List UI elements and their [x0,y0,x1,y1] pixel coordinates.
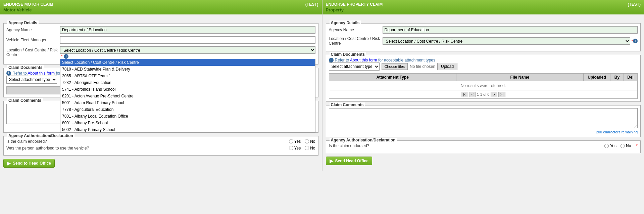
left-location-dropdown-container: Select Location / Cost Centre / Risk Cen… [60,46,315,59]
left-endorsed-no-label[interactable]: No [305,139,315,144]
left-endorsed-yes-label[interactable]: Yes [289,139,301,144]
right-agency-details-section: Agency Details Agency Name Location / Co… [326,23,641,51]
dropdown-item-6[interactable]: 5001 - Adam Road Primary School [60,99,315,106]
right-claim-comments-textarea[interactable] [329,108,638,128]
right-page-last-btn[interactable]: >| [498,92,505,97]
right-claim-comments-title: Claim Comments [330,102,365,107]
right-upload-btn[interactable]: Upload [437,63,457,70]
dropdown-item-3[interactable]: 7232 - Aboriginal Education [60,79,315,86]
right-page-info: 1-1 of 0 [477,92,489,96]
left-attachment-type-select[interactable]: Select attachment type [6,76,57,84]
right-endorsed-options: Yes No * [604,143,638,148]
right-send-button[interactable]: ▶ Send Head Office [326,157,372,165]
left-vehicle-fleet-input[interactable] [60,36,315,44]
left-subtitle: Motor Vehicle [3,7,318,12]
right-endorsed-required: * [636,143,638,148]
left-claim-docs-title: Claim Documents [7,65,44,70]
left-agency-details-title: Agency Details [7,20,39,25]
right-no-file-chosen: No file chosen [410,64,435,69]
left-agency-auth-section: Agency Authorisation/Declaration Is the … [3,136,318,156]
right-about-link[interactable]: About this form [350,58,377,62]
right-location-select[interactable]: Select Location / Cost Centre / Risk Cen… [383,37,631,45]
right-claim-documents-section: Claim Documents i Refer to About this fo… [326,55,641,102]
dropdown-item-9[interactable]: 8001 - Albany Pre-School [60,120,315,126]
left-agency-auth-title: Agency Authorisation/Declaration [7,133,75,138]
right-endorsed-yes-label[interactable]: Yes [604,143,616,148]
left-endorsed-yes-radio[interactable] [289,139,293,143]
right-col-file-name: File Name [456,74,584,81]
right-agency-auth-title: Agency Authorisation/Declaration [330,138,397,142]
right-test-label: (TEST) [628,2,641,7]
dropdown-item-4[interactable]: 5741 - Abrolhos Island School [60,86,315,93]
right-claim-docs-info: i Refer to About this form for acceptabl… [329,58,638,62]
right-chars-remaining: 200 characters remaining [329,130,638,134]
right-agency-name-row: Agency Name [329,26,638,34]
right-page-first-btn[interactable]: |< [461,92,468,97]
left-location-required: * [61,54,63,58]
right-upload-row: Select attachment type Choose files No f… [329,62,638,71]
left-authorised-yes-label[interactable]: Yes [289,146,301,151]
left-send-label: Send to Head Office [13,161,51,166]
right-location-label: Location / Cost Centre / Risk Centre [329,36,383,46]
dropdown-item-1[interactable]: 7810 - AED Statewide Plan & Delivery [60,66,315,73]
right-col-attachment-type: Attachment Type [329,74,456,81]
left-endorsed-label: Is the claim endorsed? [6,139,289,144]
right-page-prev-btn[interactable]: < [469,92,476,97]
left-test-label: (TEST) [305,2,318,7]
right-choose-files-btn[interactable]: Choose files [382,63,408,70]
right-send-icon: ▶ [330,158,333,164]
left-authorised-yes-radio[interactable] [289,146,293,150]
left-location-dropdown-list[interactable]: Select Location / Cost Centre / Risk Cen… [60,59,315,133]
left-location-select[interactable]: Select Location / Cost Centre / Risk Cen… [60,46,315,54]
right-endorsed-no-radio[interactable] [621,144,625,148]
left-authorised-label: Was the person authorised to use the veh… [6,146,289,151]
left-authorised-no-radio[interactable] [305,146,309,150]
right-content: Agency Details Agency Name Location / Co… [323,14,644,169]
right-endorsed-row: Is the claim endorsed? Yes No * [329,143,638,148]
left-vehicle-fleet-row: Vehicle Fleet Manager [6,36,315,44]
left-content: Agency Details Agency Name Vehicle Fleet… [0,14,322,171]
dropdown-item-5[interactable]: 8201 - Acton Avenue Pre-School Centre [60,93,315,99]
left-about-link[interactable]: About this form [28,71,55,76]
left-send-icon: ▶ [7,161,11,166]
right-claim-docs-title: Claim Documents [330,52,366,57]
dropdown-item-2[interactable]: 2065 - ARTS/LOTE Team 1 [60,73,315,79]
right-attachment-type-select[interactable]: Select attachment type [329,62,380,71]
right-agency-auth-section: Agency Authorisation/Declaration Is the … [326,140,641,153]
right-title: ENDORSE PROPERTY CLAIM [326,2,383,7]
left-claim-comments-title: Claim Comments [7,98,43,103]
right-col-uploaded: Uploaded [584,74,610,81]
right-header: ENDORSE PROPERTY CLAIM (TEST) Property [323,0,644,14]
left-agency-name-input[interactable] [60,26,315,34]
dropdown-item-10[interactable]: 5002 - Albany Primary School [60,126,315,133]
right-endorsed-yes-radio[interactable] [604,144,609,148]
left-location-info-icon[interactable]: i [64,54,68,59]
right-panel: ENDORSE PROPERTY CLAIM (TEST) Property A… [323,0,644,171]
dropdown-item-8[interactable]: 7801 - Albany Local Education Office [60,113,315,120]
right-endorsed-no-label[interactable]: No [621,143,631,148]
right-claim-comments-section: Claim Comments 200 characters remaining [326,105,641,137]
right-info-icon: i [329,58,334,62]
right-subtitle: Property [326,7,641,12]
left-send-button[interactable]: ▶ Send to Head Office [3,159,55,168]
dropdown-item-0[interactable]: Select Location / Cost Centre / Risk Cen… [60,59,315,66]
right-send-label: Send Head Office [335,159,368,163]
left-authorised-no-label[interactable]: No [305,146,315,151]
right-agency-name-input[interactable] [383,26,638,34]
left-agency-name-label: Agency Name [6,28,60,32]
left-info-icon: i [6,71,11,76]
left-header: ENDORSE MOTOR CLAIM (TEST) Motor Vehicle [0,0,322,14]
dropdown-item-7[interactable]: 7778 - Agricultural Education [60,106,315,113]
left-endorsed-options: Yes No [289,139,315,144]
left-location-label: Location / Cost Centre / Risk Centre [6,48,60,57]
right-table-header: Attachment Type File Name Uploaded By De… [329,73,638,81]
right-endorsed-label: Is the claim endorsed? [329,143,605,148]
right-location-info-icon[interactable]: i [633,39,638,43]
left-authorised-row: Was the person authorised to use the veh… [6,146,315,151]
right-agency-name-label: Agency Name [329,28,383,32]
left-endorsed-no-radio[interactable] [305,139,309,143]
right-no-results: No results were returned. [329,81,638,90]
left-agency-name-row: Agency Name [6,26,315,34]
left-location-row: Location / Cost Centre / Risk Centre Sel… [6,46,315,59]
right-page-next-btn[interactable]: > [491,92,497,97]
